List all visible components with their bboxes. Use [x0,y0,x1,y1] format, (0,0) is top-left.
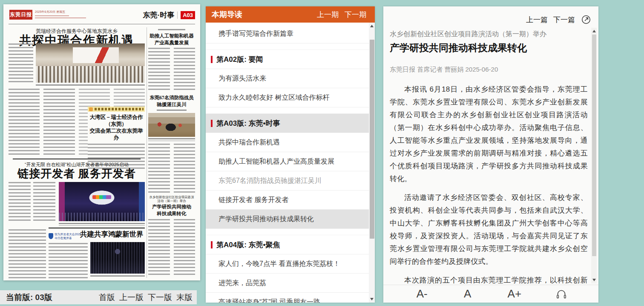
paper-date: 2025年6月20日 星期五 [35,10,90,14]
page-links: 首版 上一版 下一版 末版 [99,292,193,303]
article-scrollbar[interactable] [591,28,597,283]
paper-masthead: 东莞日报 [9,10,32,20]
text-column-placeholder [174,48,196,92]
epaper-app: 东莞日报 2025年6月20日 星期五 东莞·时事 A03 莞瑞经济合作服务中心… [0,0,644,306]
dev-article-headline: 链接开发者 服务开发者 [9,166,145,181]
conference-photo [36,43,145,83]
text-placeholder [35,15,69,17]
gba-article-headline: 交流会第二次在东莞举办 [88,127,145,141]
article-paragraph: 本次路演的五个项目由东莞理工学院推荐，以科技创新为核心，覆盖人工智能、数字技术等… [390,274,588,285]
flood-rescue-photo [148,113,195,137]
article-paragraph: 本报讯 6月18日，由水乡经济区管委会指导，东莞理工学院、东莞水乡置业管理有限公… [390,83,588,185]
scroll-up-arrow[interactable] [370,25,374,27]
text-column-placeholder [148,144,170,193]
section-marker [211,241,213,248]
scroll-down-arrow[interactable] [370,298,374,300]
divider [177,12,178,19]
issue-nav: 上一期 下一期 [317,10,366,20]
text-column-placeholder [9,229,46,279]
subtitle-placeholder [157,110,187,111]
toc-label: 家人们，今晚7点半 看直播抢东莞荔枝！ [218,260,340,268]
toc-label: 助推人工智能和机器人产业高质量发展 [218,157,334,166]
toc-label: 链接开发者 服务开发者 [218,196,288,205]
open-share-icon[interactable] [581,14,592,25]
font-normal-button[interactable]: A [461,287,474,301]
toc-label: 携手谱写莞瑞合作新篇章 [218,29,293,38]
paper-masthead-info: 2025年6月20日 星期五 [35,10,90,21]
last-page-link[interactable]: 末版 [176,292,193,303]
toc-article-item[interactable]: 为有源头活水来 [206,69,369,88]
stage-photo [59,182,145,221]
reader-toolbar: A- A A+ [383,285,598,303]
text-column-placeholder [9,43,33,84]
arena-photo [90,242,145,274]
hdc-badge-line: 今日在莞开幕 [55,236,81,240]
fire-article-text [148,144,195,193]
toc-label: 为有源头活水来 [218,74,266,83]
scroll-up-arrow[interactable] [592,30,596,32]
page-navigation-bar: 当前版: 03版 首版 上一版 下一版 末版 [0,290,197,304]
scroll-down-arrow[interactable] [592,279,596,281]
paper-page-number: A03 [181,11,195,19]
current-page-label: 当前版: 03版 [6,292,52,303]
toc-label: 共探中瑞合作新机遇 [218,138,280,147]
fire-article-headline: 驰援湛江吴川 [148,101,195,108]
toc-article-item[interactable]: 共探中瑞合作新机遇 [206,133,369,152]
toc-article-item[interactable]: 进莞来，品莞荔 [206,274,369,293]
photo-caption-placeholder [59,223,145,226]
toc-label: 第A02版: 要闻 [216,55,263,64]
toc-label: 东莞67名消防指战员驰援湛江吴川 [218,176,322,185]
next-issue-link[interactable]: 下一期 [345,10,366,20]
section-marker [211,56,213,63]
font-larger-button[interactable]: A+ [505,287,524,301]
font-smaller-button[interactable]: A- [414,287,430,301]
harmony-headline: 共建共享鸿蒙新世界 [80,230,145,239]
ai-article-headline: 产业高质量发展 [148,40,195,46]
toc-article-item[interactable]: 东莞67名消防指战员驰援湛江吴川 [206,171,369,191]
toc-section-header[interactable]: 第A03版: 东莞•时事 [206,114,369,133]
toc-group-gap [206,107,369,114]
prev-page-link[interactable]: 上一版 [119,292,144,303]
paper-section-header: 东莞·时事 A03 [143,10,195,20]
text-column-placeholder [33,182,55,222]
huawei-badge-icon [49,233,53,239]
toc-article-item[interactable]: 产学研投共同推动科技成果转化 [206,210,369,229]
toc-article-item[interactable]: 链接开发者 服务开发者 [206,191,369,210]
column-divider [147,27,147,278]
listen-audio-icon[interactable] [555,288,568,300]
text-column-placeholder [49,243,88,279]
next-article-link[interactable]: 下一篇 [553,15,575,25]
toc-header: 本期导读 上一期 下一期 [206,6,375,23]
kicker-placeholder [158,29,185,31]
divider [13,159,141,159]
article-content: 水乡创新创业社区创业项目路演活动（第一期）举办 产学研投共同推动科技成果转化 东… [383,6,598,285]
first-page-link[interactable]: 首版 [99,292,115,303]
divider [49,228,145,228]
photo-caption-placeholder [36,84,145,86]
toc-section-header[interactable]: 第A02版: 要闻 [206,50,369,69]
next-page-link[interactable]: 下一版 [148,292,172,303]
toc-title: 本期导读 [212,9,242,20]
roadshow-kicker: 水乡创新创业社区创业项目路演活动（第一期）举办 [148,195,195,203]
toc-section-header[interactable]: 第A04版: 东莞•聚焦 [206,235,369,254]
live-report-badge [88,107,145,112]
photo-caption-placeholder [90,275,145,277]
newspaper-page-image[interactable]: 东莞日报 2025年6月20日 星期五 东莞·时事 A03 莞瑞经济合作服务中心… [3,4,200,280]
prev-article-link[interactable]: 上一篇 [526,15,548,25]
scrollbar-thumb[interactable] [592,35,596,256]
text-placeholder [35,17,86,19]
toc-article-item[interactable]: 高速驿站变身“荔”园 司乘朋友一路 [206,293,369,303]
scrollbar-thumb[interactable] [370,40,374,239]
toc-article-item[interactable]: 携手谱写莞瑞合作新篇章 [206,24,369,43]
toc-group-gap [206,43,369,50]
toc-article-item[interactable]: 致力永久睦邻友好 树立区域合作标杆 [206,88,369,107]
roadshow-headline: 产学研投共同推动 [148,204,195,210]
article-title: 产学研投共同推动科技成果转化 [390,41,588,55]
toc-list: 携手谱写莞瑞合作新篇章第A02版: 要闻为有源头活水来致力永久睦邻友好 树立区域… [206,23,369,303]
toc-article-item[interactable]: 家人们，今晚7点半 看直播抢东莞荔枝！ [206,254,369,274]
hdc-event-badge: 华为开发者大会2025 今日在莞开幕 [49,230,81,242]
toc-scrollbar[interactable] [369,23,375,303]
toc-article-item[interactable]: 助推人工智能和机器人产业高质量发展 [206,152,369,171]
hdc-badge-line: 华为开发者大会2025 [55,232,81,236]
prev-issue-link[interactable]: 上一期 [317,10,339,20]
